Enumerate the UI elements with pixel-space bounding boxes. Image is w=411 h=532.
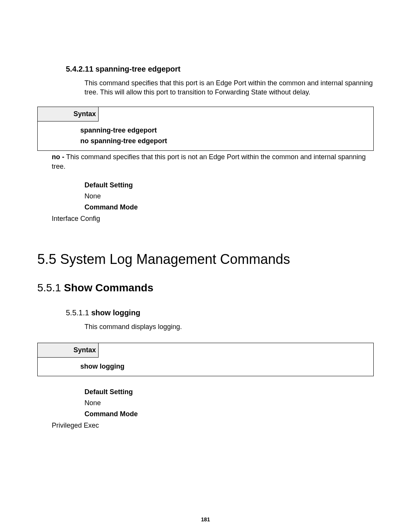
heading-num: 5.4.2.11 [66, 65, 93, 73]
command-mode-value: Interface Config [37, 215, 374, 223]
syntax-label: Syntax [38, 107, 99, 121]
heading-5-5-1: 5.5.1 Show Commands [37, 282, 374, 294]
default-setting-label: Default Setting [84, 180, 374, 191]
default-setting-value: None [84, 398, 374, 409]
heading-5-5-1-1: 5.5.1.1 show logging [37, 308, 374, 317]
heading-5-4-2-11: 5.4.2.11 spanning-tree edgeport [37, 65, 374, 73]
command-mode-label: Command Mode [84, 409, 374, 420]
sec1-no-desc: no - This command specifies that this po… [37, 152, 374, 171]
page: 5.4.2.11 spanning-tree edgeport This com… [0, 0, 411, 532]
heading-title: show logging [89, 308, 140, 317]
syntax-label: Syntax [38, 343, 99, 358]
syntax-line: spanning-tree edgeport [80, 125, 369, 136]
no-rest: This command specifies that this port is… [52, 153, 366, 170]
no-prefix: no - [52, 153, 64, 161]
command-mode-value: Privileged Exec [37, 422, 374, 430]
default-setting-value: None [84, 191, 374, 202]
default-setting-label: Default Setting [84, 387, 374, 398]
heading-num: 5.5 [37, 251, 56, 267]
sec1-settings: Default Setting None Command Mode [37, 180, 374, 212]
sec2-description: This command displays logging. [37, 322, 374, 331]
syntax-box-1: Syntax spanning-tree edgeport no spannin… [37, 107, 374, 151]
command-mode-label: Command Mode [84, 202, 374, 213]
sec1-description: This command specifies that this port is… [37, 78, 374, 97]
syntax-body-1: spanning-tree edgeport no spanning-tree … [38, 121, 373, 150]
heading-num: 5.5.1.1 [66, 308, 89, 317]
heading-title: Show Commands [61, 282, 153, 294]
sec2-settings: Default Setting None Command Mode [37, 387, 374, 419]
heading-title: System Log Management Commands [56, 251, 290, 267]
heading-title: spanning-tree edgeport [96, 65, 180, 73]
syntax-box-2: Syntax show logging [37, 343, 374, 376]
syntax-line: show logging [80, 361, 369, 372]
page-number: 181 [0, 516, 411, 522]
heading-5-5: 5.5 System Log Management Commands [37, 251, 374, 267]
heading-num: 5.5.1 [37, 282, 61, 294]
syntax-line: no spanning-tree edgeport [80, 136, 369, 147]
syntax-body-2: show logging [38, 358, 373, 376]
